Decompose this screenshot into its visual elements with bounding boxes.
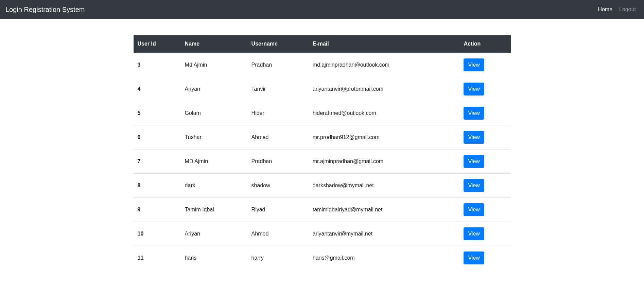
col-header-action: Action bbox=[459, 35, 510, 53]
view-button[interactable]: View bbox=[464, 131, 484, 144]
cell-user-id: 5 bbox=[134, 101, 181, 125]
cell-username: Pradhan bbox=[247, 150, 309, 174]
table-row: 7MD AjminPradhanmr.ajminpradhan@gmail.co… bbox=[134, 150, 511, 174]
cell-user-id: 4 bbox=[134, 77, 181, 101]
view-button[interactable]: View bbox=[464, 227, 484, 240]
main-container: User Id Name Username E-mail Action 3Md … bbox=[128, 35, 516, 270]
cell-username: Ahmed bbox=[247, 222, 309, 246]
view-button[interactable]: View bbox=[464, 203, 484, 216]
cell-action: View bbox=[459, 125, 510, 150]
cell-user-id: 8 bbox=[134, 174, 181, 198]
cell-email: ariyantanvir@protonmail.com bbox=[309, 77, 460, 101]
table-row: 6TusharAhmedmr.prodhan912@gmail.comView bbox=[134, 125, 511, 150]
view-button[interactable]: View bbox=[464, 107, 484, 120]
cell-name: Tamim Iqbal bbox=[181, 198, 247, 222]
navbar-nav: Home Logout bbox=[595, 6, 639, 13]
cell-user-id: 3 bbox=[134, 53, 181, 77]
cell-user-id: 11 bbox=[134, 246, 181, 270]
cell-name: Golam bbox=[181, 101, 247, 125]
cell-action: View bbox=[459, 53, 510, 77]
table-row: 5GolamHiderhiderahmed@outlook.comView bbox=[134, 101, 511, 125]
view-button[interactable]: View bbox=[464, 83, 484, 96]
cell-name: Md Ajmin bbox=[181, 53, 247, 77]
cell-user-id: 7 bbox=[134, 150, 181, 174]
cell-email: md.ajminpradhan@outlook.com bbox=[309, 53, 460, 77]
col-header-username: Username bbox=[247, 35, 309, 53]
col-header-email: E-mail bbox=[309, 35, 460, 53]
cell-name: MD Ajmin bbox=[181, 150, 247, 174]
cell-name: Ariyan bbox=[181, 77, 247, 101]
cell-user-id: 9 bbox=[134, 198, 181, 222]
cell-action: View bbox=[459, 198, 510, 222]
cell-username: Pradhan bbox=[247, 53, 309, 77]
cell-user-id: 6 bbox=[134, 125, 181, 150]
cell-email: mr.prodhan912@gmail.com bbox=[309, 125, 460, 150]
view-button[interactable]: View bbox=[464, 58, 484, 71]
cell-action: View bbox=[459, 222, 510, 246]
cell-email: haris@gmail.com bbox=[309, 246, 460, 270]
view-button[interactable]: View bbox=[464, 251, 484, 264]
view-button[interactable]: View bbox=[464, 179, 484, 192]
cell-action: View bbox=[459, 77, 510, 101]
col-header-user-id: User Id bbox=[134, 35, 181, 53]
cell-name: haris bbox=[181, 246, 247, 270]
cell-name: Tushar bbox=[181, 125, 247, 150]
users-table: User Id Name Username E-mail Action 3Md … bbox=[134, 35, 511, 270]
cell-user-id: 10 bbox=[134, 222, 181, 246]
nav-link-logout[interactable]: Logout bbox=[616, 4, 639, 15]
cell-username: Ahmed bbox=[247, 125, 309, 150]
table-row: 4AriyanTanvirariyantanvir@protonmail.com… bbox=[134, 77, 511, 101]
cell-action: View bbox=[459, 174, 510, 198]
cell-username: shadow bbox=[247, 174, 309, 198]
col-header-name: Name bbox=[181, 35, 247, 53]
cell-name: Ariyan bbox=[181, 222, 247, 246]
table-row: 11harisharryharis@gmail.comView bbox=[134, 246, 511, 270]
cell-username: harry bbox=[247, 246, 309, 270]
cell-username: Hider bbox=[247, 101, 309, 125]
table-row: 3Md AjminPradhanmd.ajminpradhan@outlook.… bbox=[134, 53, 511, 77]
cell-email: mr.ajminpradhan@gmail.com bbox=[309, 150, 460, 174]
cell-email: ariyantanvir@mymail.net bbox=[309, 222, 460, 246]
table-row: 8darkshadowdarkshadow@mymail.netView bbox=[134, 174, 511, 198]
table-row: 10AriyanAhmedariyantanvir@mymail.netView bbox=[134, 222, 511, 246]
cell-name: dark bbox=[181, 174, 247, 198]
cell-username: Tanvir bbox=[247, 77, 309, 101]
navbar: Login Registration System Home Logout bbox=[0, 0, 644, 19]
table-header-row: User Id Name Username E-mail Action bbox=[134, 35, 511, 53]
cell-action: View bbox=[459, 150, 510, 174]
cell-email: darkshadow@mymail.net bbox=[309, 174, 460, 198]
cell-username: Riyad bbox=[247, 198, 309, 222]
cell-email: hiderahmed@outlook.com bbox=[309, 101, 460, 125]
nav-link-home[interactable]: Home bbox=[595, 4, 615, 15]
cell-action: View bbox=[459, 101, 510, 125]
view-button[interactable]: View bbox=[464, 155, 484, 168]
cell-action: View bbox=[459, 246, 510, 270]
table-row: 9Tamim IqbalRiyadtamimiqbalriyad@mymail.… bbox=[134, 198, 511, 222]
navbar-brand[interactable]: Login Registration System bbox=[5, 4, 85, 15]
cell-email: tamimiqbalriyad@mymail.net bbox=[309, 198, 460, 222]
